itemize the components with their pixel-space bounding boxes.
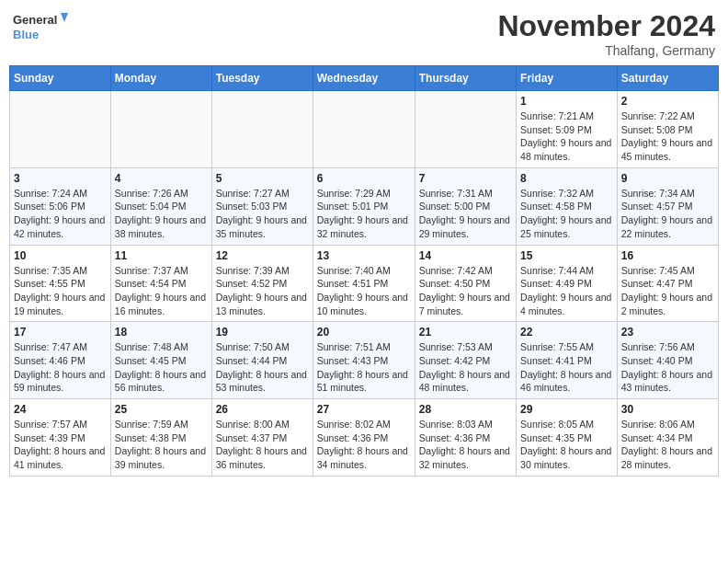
calendar-cell: 21Sunrise: 7:53 AM Sunset: 4:42 PM Dayli… <box>415 322 516 399</box>
day-number: 9 <box>621 172 714 185</box>
day-number: 14 <box>419 249 512 262</box>
day-info: Sunrise: 7:42 AM Sunset: 4:50 PM Dayligh… <box>419 264 512 318</box>
day-info: Sunrise: 7:31 AM Sunset: 5:00 PM Dayligh… <box>419 187 512 241</box>
day-info: Sunrise: 7:40 AM Sunset: 4:51 PM Dayligh… <box>317 264 411 318</box>
day-info: Sunrise: 8:06 AM Sunset: 4:34 PM Dayligh… <box>621 418 714 472</box>
calendar-cell: 5Sunrise: 7:27 AM Sunset: 5:03 PM Daylig… <box>211 167 313 245</box>
day-number: 17 <box>14 326 107 339</box>
day-number: 23 <box>621 326 714 339</box>
calendar-week-2: 3Sunrise: 7:24 AM Sunset: 5:06 PM Daylig… <box>10 167 719 245</box>
col-thursday: Thursday <box>415 66 516 91</box>
calendar-week-1: 1Sunrise: 7:21 AM Sunset: 5:09 PM Daylig… <box>10 91 719 168</box>
day-number: 26 <box>216 403 309 416</box>
day-number: 5 <box>216 172 309 185</box>
calendar-week-3: 10Sunrise: 7:35 AM Sunset: 4:55 PM Dayli… <box>10 245 719 322</box>
calendar-cell: 2Sunrise: 7:22 AM Sunset: 5:08 PM Daylig… <box>617 91 718 168</box>
calendar-cell: 8Sunrise: 7:32 AM Sunset: 4:58 PM Daylig… <box>517 167 618 245</box>
day-info: Sunrise: 7:26 AM Sunset: 5:04 PM Dayligh… <box>115 187 208 241</box>
day-info: Sunrise: 7:21 AM Sunset: 5:09 PM Dayligh… <box>520 109 613 164</box>
day-info: Sunrise: 7:37 AM Sunset: 4:54 PM Dayligh… <box>115 264 208 318</box>
day-number: 7 <box>419 172 512 185</box>
day-number: 13 <box>317 249 411 262</box>
calendar-cell: 19Sunrise: 7:50 AM Sunset: 4:44 PM Dayli… <box>211 322 313 399</box>
day-number: 11 <box>115 249 208 262</box>
calendar-cell <box>110 91 211 168</box>
calendar-cell: 14Sunrise: 7:42 AM Sunset: 4:50 PM Dayli… <box>415 245 516 322</box>
day-number: 30 <box>621 403 714 416</box>
day-info: Sunrise: 7:29 AM Sunset: 5:01 PM Dayligh… <box>317 187 411 241</box>
calendar-cell: 20Sunrise: 7:51 AM Sunset: 4:43 PM Dayli… <box>313 322 415 399</box>
day-number: 19 <box>216 326 309 339</box>
col-tuesday: Tuesday <box>211 66 313 91</box>
day-info: Sunrise: 7:47 AM Sunset: 4:46 PM Dayligh… <box>14 340 107 395</box>
col-sunday: Sunday <box>10 66 111 91</box>
svg-marker-2 <box>61 13 68 22</box>
month-title: November 2024 <box>497 9 715 43</box>
col-saturday: Saturday <box>617 66 718 91</box>
day-info: Sunrise: 7:35 AM Sunset: 4:55 PM Dayligh… <box>14 264 107 318</box>
logo: General Blue <box>13 9 68 46</box>
calendar-cell: 16Sunrise: 7:45 AM Sunset: 4:47 PM Dayli… <box>617 245 718 322</box>
day-info: Sunrise: 7:34 AM Sunset: 4:57 PM Dayligh… <box>621 187 714 241</box>
day-number: 2 <box>621 95 714 108</box>
calendar-cell: 18Sunrise: 7:48 AM Sunset: 4:45 PM Dayli… <box>110 322 211 399</box>
calendar: Sunday Monday Tuesday Wednesday Thursday… <box>9 65 719 477</box>
calendar-cell: 6Sunrise: 7:29 AM Sunset: 5:01 PM Daylig… <box>313 167 415 245</box>
day-number: 10 <box>14 249 107 262</box>
day-number: 15 <box>520 249 613 262</box>
calendar-cell: 12Sunrise: 7:39 AM Sunset: 4:52 PM Dayli… <box>211 245 313 322</box>
day-number: 20 <box>317 326 411 339</box>
day-info: Sunrise: 7:24 AM Sunset: 5:06 PM Dayligh… <box>14 187 107 241</box>
calendar-cell <box>313 91 415 168</box>
calendar-cell <box>415 91 516 168</box>
calendar-cell: 17Sunrise: 7:47 AM Sunset: 4:46 PM Dayli… <box>10 322 111 399</box>
col-monday: Monday <box>110 66 211 91</box>
day-info: Sunrise: 7:57 AM Sunset: 4:39 PM Dayligh… <box>14 418 107 472</box>
day-info: Sunrise: 7:27 AM Sunset: 5:03 PM Dayligh… <box>216 187 309 241</box>
calendar-cell: 9Sunrise: 7:34 AM Sunset: 4:57 PM Daylig… <box>617 167 718 245</box>
calendar-cell: 3Sunrise: 7:24 AM Sunset: 5:06 PM Daylig… <box>10 167 111 245</box>
day-info: Sunrise: 7:44 AM Sunset: 4:49 PM Dayligh… <box>520 264 613 318</box>
day-number: 8 <box>520 172 613 185</box>
calendar-cell: 7Sunrise: 7:31 AM Sunset: 5:00 PM Daylig… <box>415 167 516 245</box>
day-number: 27 <box>317 403 411 416</box>
calendar-week-5: 24Sunrise: 7:57 AM Sunset: 4:39 PM Dayli… <box>10 399 719 477</box>
day-info: Sunrise: 7:32 AM Sunset: 4:58 PM Dayligh… <box>520 187 613 241</box>
page-header: General Blue November 2024 Thalfang, Ger… <box>9 9 719 58</box>
day-info: Sunrise: 7:59 AM Sunset: 4:38 PM Dayligh… <box>115 418 208 472</box>
day-number: 6 <box>317 172 411 185</box>
calendar-cell: 13Sunrise: 7:40 AM Sunset: 4:51 PM Dayli… <box>313 245 415 322</box>
day-number: 25 <box>115 403 208 416</box>
day-info: Sunrise: 8:05 AM Sunset: 4:35 PM Dayligh… <box>520 418 613 472</box>
day-info: Sunrise: 7:55 AM Sunset: 4:41 PM Dayligh… <box>520 340 613 395</box>
calendar-cell: 28Sunrise: 8:03 AM Sunset: 4:36 PM Dayli… <box>415 399 516 477</box>
svg-text:General: General <box>13 13 57 27</box>
day-info: Sunrise: 7:45 AM Sunset: 4:47 PM Dayligh… <box>621 264 714 318</box>
calendar-cell: 30Sunrise: 8:06 AM Sunset: 4:34 PM Dayli… <box>617 399 718 477</box>
calendar-cell <box>10 91 111 168</box>
day-number: 12 <box>216 249 309 262</box>
title-block: November 2024 Thalfang, Germany <box>497 9 715 58</box>
col-friday: Friday <box>517 66 618 91</box>
day-info: Sunrise: 7:39 AM Sunset: 4:52 PM Dayligh… <box>216 264 309 318</box>
day-info: Sunrise: 7:22 AM Sunset: 5:08 PM Dayligh… <box>621 109 714 164</box>
calendar-cell: 22Sunrise: 7:55 AM Sunset: 4:41 PM Dayli… <box>517 322 618 399</box>
day-number: 29 <box>520 403 613 416</box>
day-info: Sunrise: 7:48 AM Sunset: 4:45 PM Dayligh… <box>115 340 208 395</box>
day-number: 24 <box>14 403 107 416</box>
calendar-cell: 24Sunrise: 7:57 AM Sunset: 4:39 PM Dayli… <box>10 399 111 477</box>
day-info: Sunrise: 8:02 AM Sunset: 4:36 PM Dayligh… <box>317 418 411 472</box>
svg-text:Blue: Blue <box>13 28 39 41</box>
calendar-week-4: 17Sunrise: 7:47 AM Sunset: 4:46 PM Dayli… <box>10 322 719 399</box>
day-number: 4 <box>115 172 208 185</box>
calendar-cell: 29Sunrise: 8:05 AM Sunset: 4:35 PM Dayli… <box>517 399 618 477</box>
calendar-cell: 11Sunrise: 7:37 AM Sunset: 4:54 PM Dayli… <box>110 245 211 322</box>
day-info: Sunrise: 7:50 AM Sunset: 4:44 PM Dayligh… <box>216 340 309 395</box>
day-info: Sunrise: 8:03 AM Sunset: 4:36 PM Dayligh… <box>419 418 512 472</box>
location: Thalfang, Germany <box>497 43 715 58</box>
calendar-cell: 15Sunrise: 7:44 AM Sunset: 4:49 PM Dayli… <box>517 245 618 322</box>
calendar-cell: 1Sunrise: 7:21 AM Sunset: 5:09 PM Daylig… <box>517 91 618 168</box>
col-wednesday: Wednesday <box>313 66 415 91</box>
calendar-cell: 10Sunrise: 7:35 AM Sunset: 4:55 PM Dayli… <box>10 245 111 322</box>
day-number: 21 <box>419 326 512 339</box>
